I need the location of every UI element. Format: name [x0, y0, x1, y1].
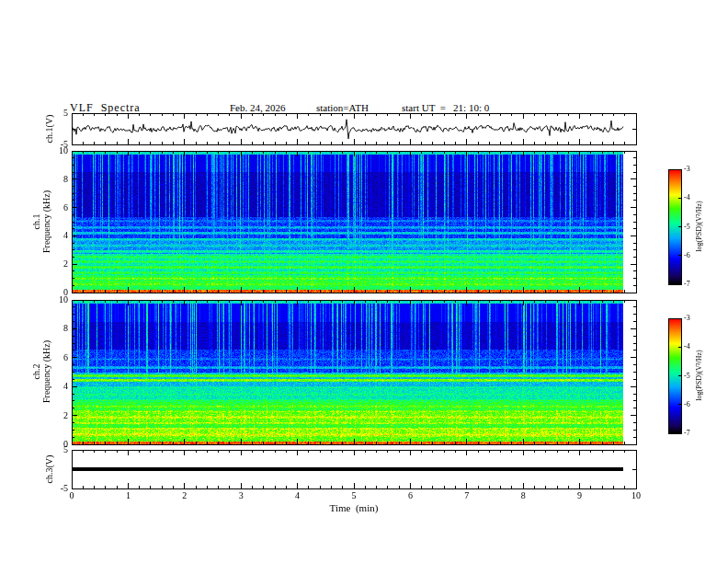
colorbar-2-tick-label: -6	[684, 400, 690, 408]
spec2-y-axis-label-channel: ch.2	[31, 340, 41, 403]
spec1-y-axis-label-quantity: Frequency (kHz)	[41, 190, 51, 253]
colorbar-2-tick-label: -7	[684, 429, 690, 437]
spec1-y-axis-label-channel: ch.1	[31, 190, 41, 253]
ch3-frame	[72, 450, 636, 488]
vlf-spectra-figure: VLF Spectra Feb. 24, 2026 station=ATH st…	[0, 0, 728, 563]
x-axis-tick-label: 4	[289, 490, 307, 500]
colorbar-2-tick-label: -5	[684, 372, 690, 380]
x-axis-tick-label: 1	[119, 490, 137, 500]
colorbar-2-tick-label: -3	[684, 314, 690, 322]
x-axis-tick-label: 7	[458, 490, 476, 500]
spec2-freq-tick-label: 10	[48, 294, 68, 304]
spec1-freq-tick-label: 4	[48, 230, 68, 240]
x-axis-tick-label: 8	[514, 490, 532, 500]
spec1-freq-tick-label: 6	[48, 202, 68, 213]
x-axis-tick-label: 5	[345, 490, 363, 500]
colorbar-2	[668, 318, 681, 433]
wave1-volt-tick-label: -5	[48, 139, 68, 149]
ch2-spectrogram-canvas	[72, 300, 636, 444]
colorbar-1-tick-label: -7	[684, 280, 690, 288]
spec2-y-axis-label-quantity: Frequency (kHz)	[41, 340, 51, 403]
spec2-freq-tick-label: 8	[48, 323, 68, 333]
colorbar-1-label: log(PSD)(V²/Hz)	[694, 201, 704, 251]
colorbar-1-tick-label: -4	[684, 193, 690, 201]
start-ut-label: start UT = 21: 10: 0	[402, 102, 489, 113]
colorbar-1	[668, 169, 681, 284]
spec1-freq-tick-label: 2	[48, 259, 68, 269]
ch3-y-axis-label: ch.3(V)	[44, 455, 54, 484]
x-axis-tick-label: 3	[232, 490, 250, 500]
colorbar-1-tick-label: -5	[684, 223, 690, 231]
spec2-freq-tick-label: 2	[48, 410, 68, 420]
x-axis-tick-label: 6	[401, 490, 419, 500]
colorbar-2-tick-label: -4	[684, 342, 690, 350]
ch1-waveform-canvas	[72, 113, 636, 144]
colorbar-1-tick-label: -3	[684, 165, 690, 173]
x-axis-tick-label: 10	[627, 490, 645, 500]
colorbar-1-tick-label: -6	[684, 251, 690, 259]
colorbar-2-label: log(PSD)(V²/Hz)	[694, 350, 704, 400]
spec1-y-axis-label: ch.1 Frequency (kHz)	[31, 190, 51, 253]
wave1-volt-tick-label: 5	[48, 108, 68, 118]
x-axis-tick-label: 9	[571, 490, 589, 500]
ch1-spectrogram-canvas	[72, 151, 636, 293]
spec2-freq-tick-label: 6	[48, 352, 68, 362]
ch3-volt-tick-label: -5	[48, 483, 68, 493]
spec1-freq-tick-label: 8	[48, 174, 68, 184]
x-axis-tick-label: 2	[176, 490, 194, 500]
date-label: Feb. 24, 2026	[230, 102, 286, 113]
x-axis-title: Time (min)	[330, 502, 379, 513]
station-label: station=ATH	[316, 102, 369, 113]
ch3-volt-tick-label: 5	[48, 444, 68, 454]
spec2-freq-tick-label: 4	[48, 381, 68, 391]
spec2-y-axis-label: ch.2 Frequency (kHz)	[31, 340, 51, 403]
